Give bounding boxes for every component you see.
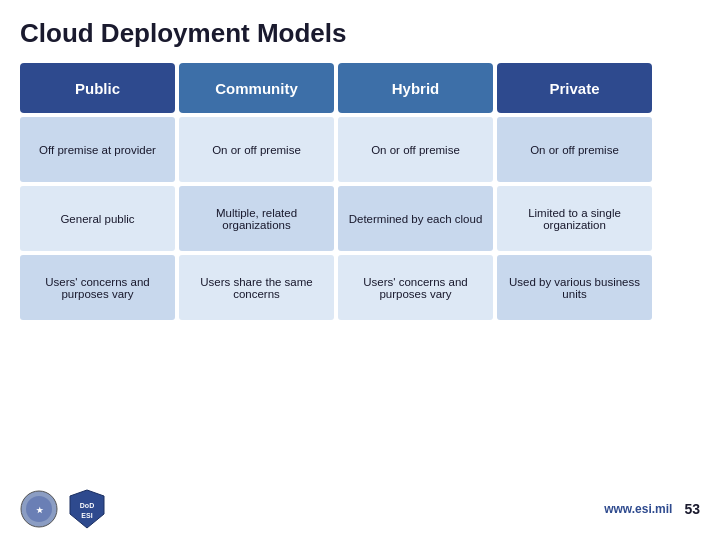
cell-r2-c1: General public bbox=[20, 186, 175, 251]
cell-r3-c4: Used by various business units bbox=[497, 255, 652, 320]
page: Cloud Deployment Models Public Community… bbox=[0, 0, 720, 540]
cell-r3-c3: Users' concerns and purposes vary bbox=[338, 255, 493, 320]
cell-r3-c1: Users' concerns and purposes vary bbox=[20, 255, 175, 320]
svg-text:ESI: ESI bbox=[81, 512, 92, 519]
page-title: Cloud Deployment Models bbox=[20, 18, 700, 49]
header-public: Public bbox=[20, 63, 175, 113]
svg-text:DoD: DoD bbox=[80, 502, 94, 509]
footer-url: www.esi.mil bbox=[604, 502, 672, 516]
cell-r1-c4: On or off premise bbox=[497, 117, 652, 182]
cell-r1-c2: On or off premise bbox=[179, 117, 334, 182]
header-community: Community bbox=[179, 63, 334, 113]
logo-shield: DoD ESI bbox=[68, 488, 106, 530]
logo-emblem: ★ bbox=[20, 490, 58, 528]
footer-page-number: 53 bbox=[684, 501, 700, 517]
cell-r1-c1: Off premise at provider bbox=[20, 117, 175, 182]
header-private: Private bbox=[497, 63, 652, 113]
cell-r1-c3: On or off premise bbox=[338, 117, 493, 182]
cell-r3-c2: Users share the same concerns bbox=[179, 255, 334, 320]
footer: ★ DoD ESI www.esi.mil 53 bbox=[20, 482, 700, 530]
cell-r2-c4: Limited to a single organization bbox=[497, 186, 652, 251]
cell-r2-c3: Determined by each cloud bbox=[338, 186, 493, 251]
header-hybrid: Hybrid bbox=[338, 63, 493, 113]
grid-container: Public Community Hybrid Private Off prem… bbox=[20, 63, 700, 482]
cell-r2-c2: Multiple, related organizations bbox=[179, 186, 334, 251]
footer-logos: ★ DoD ESI bbox=[20, 488, 106, 530]
svg-text:★: ★ bbox=[36, 506, 44, 515]
